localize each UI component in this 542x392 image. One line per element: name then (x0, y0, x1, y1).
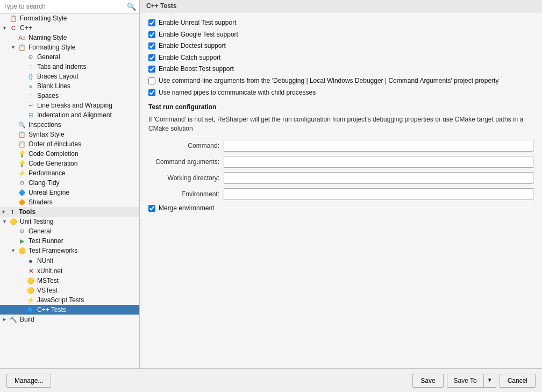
label-inspections: Inspections (28, 121, 61, 129)
icon-cpp-tests: 🔷 (26, 307, 35, 313)
arrow-cpp (2, 25, 9, 31)
icon-blank: ≡ (26, 83, 35, 89)
tree-item-order[interactable]: 📋 Order of #includes (0, 139, 139, 149)
checkbox-pipes[interactable] (148, 89, 155, 96)
icon-completion: 💡 (17, 151, 27, 158)
checkbox-row-pipes: Use named pipes to communicate with chil… (148, 89, 533, 97)
tree-item-inspections[interactable]: 🔍 Inspections (0, 120, 139, 130)
checkbox-doctest[interactable] (148, 42, 155, 49)
checkbox-merge[interactable] (148, 205, 155, 212)
form-row-workdir: Working directory: (148, 172, 533, 184)
label-general: General (37, 53, 60, 61)
tree-item-formatting-style[interactable]: 📋 Formatting Style (0, 42, 139, 52)
tree-item-build[interactable]: 🔨 Build (0, 315, 139, 324)
label-order: Order of #includes (28, 140, 81, 148)
label-vstest: VSTest (37, 287, 58, 294)
label-naming: Naming Style (28, 34, 67, 41)
tree-item-completion[interactable]: 💡 Code Completion (0, 149, 139, 159)
checkbox-row-merge: Merge environment (148, 204, 533, 213)
tree-item-tools[interactable]: T Tools (0, 207, 139, 217)
label-cb-cmdline: Use command-line arguments from the 'Deb… (159, 77, 498, 85)
save-to-button[interactable]: Save To (447, 374, 483, 387)
label-cb-google: Enable Google Test support (159, 31, 238, 39)
icon-performance: ⚡ (17, 170, 27, 177)
tree-item-cpp-tests[interactable]: 🔷 C++ Tests (0, 305, 139, 315)
icon-vstest: 🟡 (26, 287, 35, 294)
tree-item-xunit[interactable]: ✕ xUnit.net (0, 266, 139, 276)
tree-item-js-tests[interactable]: ⚡ JavaScript Tests (0, 295, 139, 305)
label-general2: General (28, 227, 52, 235)
tree-item-syntax[interactable]: 📋 Syntax Style (0, 130, 139, 139)
save-to-arrow[interactable]: ▼ (484, 374, 496, 387)
tree-item-blank[interactable]: ≡ Blank Lines (0, 81, 139, 91)
arrow-unit-testing (2, 219, 9, 224)
tree-item-naming[interactable]: Aa Naming Style (0, 33, 139, 42)
icon-formatting: 📋 (17, 44, 27, 51)
tree-item-spaces[interactable]: ≡ Spaces (0, 91, 139, 101)
bottom-bar: Manage... Save Save To ▼ Cancel (0, 368, 542, 392)
tree-item-general[interactable]: ⚙ General (0, 52, 139, 62)
label-cb-doctest: Enable Doctest support (159, 42, 226, 51)
tree-item-tabs[interactable]: ≡ Tabs and Indents (0, 62, 139, 72)
manage-button[interactable]: Manage... (6, 374, 51, 388)
icon-shaders: 🔶 (17, 199, 27, 206)
label-cpp-tests: C++ Tests (37, 306, 66, 313)
tree-item-unreal[interactable]: 🔷 Unreal Engine (0, 188, 139, 197)
arrow-build (2, 317, 9, 322)
icon-unit-testing: 🟡 (9, 218, 18, 225)
tree-item-performance[interactable]: ⚡ Performance (0, 168, 139, 178)
icon-order: 📋 (17, 141, 27, 148)
form-row-cmdargs: Command arguments: (148, 156, 533, 168)
icon-tabs: ≡ (26, 63, 35, 70)
form-label-workdir: Working directory: (148, 174, 224, 182)
tree-item-cpp[interactable]: C C++ (0, 23, 139, 33)
tree-item-shaders[interactable]: 🔶 Shaders (0, 197, 139, 207)
tree-item-mstest[interactable]: 🟡 MSTest (0, 276, 139, 286)
right-panel: C++ Tests Enable Unreal Test support Ena… (140, 0, 542, 368)
label-js-tests: JavaScript Tests (37, 296, 84, 304)
form-input-command[interactable] (224, 140, 533, 152)
arrow-test-frameworks (11, 248, 17, 253)
tree-item-formatting-style-root[interactable]: 📋 Formatting Style (0, 13, 139, 23)
icon-indentation: ⊟ (26, 112, 35, 119)
tree-item-test-runner[interactable]: ▶ Test Runner (0, 236, 139, 246)
checkbox-catch[interactable] (148, 54, 155, 61)
icon-cpp: C (9, 25, 18, 31)
tree-item-general2[interactable]: ⚙ General (0, 226, 139, 236)
checkbox-unreal[interactable] (148, 19, 155, 26)
save-to-group: Save To ▼ (447, 374, 496, 388)
right-content: Enable Unreal Test support Enable Google… (140, 12, 542, 368)
tree-item-indentation[interactable]: ⊟ Indentation and Alignment (0, 110, 139, 120)
label-indentation: Indentation and Alignment (37, 111, 112, 119)
icon-test-runner: ▶ (17, 238, 27, 245)
search-input[interactable] (3, 3, 127, 10)
icon-naming: Aa (17, 34, 27, 41)
tree-item-unit-testing[interactable]: 🟡 Unit Testing (0, 217, 139, 226)
tree-item-linebreaks[interactable]: ↵ Line breaks and Wrapping (0, 101, 139, 110)
panel-title: C++ Tests (146, 2, 176, 10)
tree-item-clangtidy[interactable]: ⚙ Clang-Tidy (0, 178, 139, 188)
tree-item-braces[interactable]: {} Braces Layout (0, 72, 139, 81)
arrow-tools (1, 209, 8, 215)
form-input-cmdargs[interactable] (224, 156, 533, 168)
tree-item-generation[interactable]: 💡 Code Generation (0, 159, 139, 168)
form-label-cmdargs: Command arguments: (148, 158, 224, 166)
label-syntax: Syntax Style (28, 131, 65, 138)
label-test-frameworks: Test Frameworks (28, 247, 77, 254)
cancel-button[interactable]: Cancel (500, 374, 536, 388)
tree-item-vstest[interactable]: 🟡 VSTest (0, 286, 139, 295)
form-input-workdir[interactable] (224, 172, 533, 184)
label-formatting-style-root: Formatting Style (20, 15, 67, 22)
icon-nunit: ● (26, 256, 35, 265)
tree-item-test-frameworks[interactable]: 🟡 Test Frameworks (0, 246, 139, 255)
form-input-env[interactable] (224, 188, 533, 200)
icon-syntax: 📋 (17, 131, 27, 138)
checkbox-google[interactable] (148, 31, 155, 38)
checkbox-cmdline[interactable] (148, 77, 155, 84)
label-tools: Tools (19, 208, 35, 216)
checkbox-boost[interactable] (148, 66, 155, 73)
tree-item-nunit[interactable]: ● NUnit (0, 255, 139, 266)
icon-general2: ⚙ (17, 228, 27, 235)
save-button[interactable]: Save (412, 374, 443, 388)
label-formatting: Formatting Style (28, 44, 75, 51)
